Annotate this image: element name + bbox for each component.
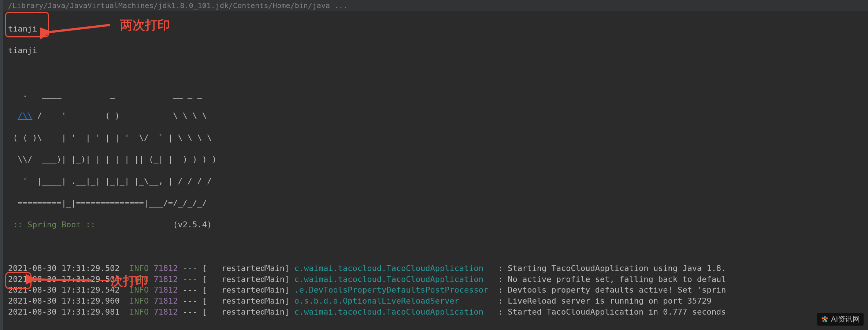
log-lines-container: 2021-08-30 17:31:29.502 INFO 71812 --- [… (8, 263, 860, 317)
ascii-art-line: . ____ _ __ _ _ (8, 89, 860, 100)
ascii-link[interactable]: /\\ (18, 111, 33, 120)
stdout-line: hsx (8, 328, 860, 330)
ascii-art-line: =========|_|==============|___/=/_/_/_/ (8, 198, 860, 209)
svg-point-3 (824, 316, 826, 318)
watermark-badge: AI资讯网 (817, 313, 864, 326)
spring-boot-banner: :: Spring Boot :: (v2.5.4) (8, 219, 860, 230)
log-line: 2021-08-30 17:31:29.960 INFO 71812 --- [… (8, 296, 860, 307)
spring-boot-version: (v2.5.4) (100, 220, 212, 229)
stdout-line: tianji (8, 45, 860, 56)
flower-icon (821, 315, 829, 323)
svg-point-2 (824, 318, 826, 320)
console-output[interactable]: tianji tianji . ____ _ __ _ _ /\\ / ___'… (0, 11, 868, 330)
svg-point-6 (822, 320, 824, 322)
blank-line (8, 241, 860, 252)
editor-gutter (0, 0, 3, 330)
log-line: 2021-08-30 17:31:29.504 INFO 71812 --- [… (8, 274, 860, 285)
log-line: 2021-08-30 17:31:29.502 INFO 71812 --- [… (8, 263, 860, 274)
ascii-art-line: \\/ ___)| |_)| | | | | || (_| | ) ) ) ) (8, 154, 860, 165)
ascii-prefix (8, 111, 18, 120)
svg-point-7 (822, 317, 824, 319)
svg-point-4 (826, 317, 828, 319)
ascii-suffix: / ___'_ __ _ _(_)_ __ __ _ \ \ \ \ (32, 111, 207, 120)
ascii-art-line: ' |____| .__|_| |_|_| |_\__, | / / / / (8, 176, 860, 187)
log-line: 2021-08-30 17:31:29.981 INFO 71812 --- [… (8, 307, 860, 318)
run-command-header: /Library/Java/JavaVirtualMachines/jdk1.8… (0, 0, 868, 11)
spring-boot-label: :: Spring Boot :: (8, 220, 100, 229)
watermark-text: AI资讯网 (831, 314, 860, 324)
svg-point-5 (825, 320, 827, 322)
stdout-line: tianji (8, 23, 860, 34)
ascii-art-line: ( ( )\___ | '_ | '_| | '_ \/ _` | \ \ \ … (8, 132, 860, 143)
blank-line (8, 67, 860, 78)
ascii-art-line: /\\ / ___'_ __ _ _(_)_ __ __ _ \ \ \ \ (8, 110, 860, 121)
log-line: 2021-08-30 17:31:29.542 INFO 71812 --- [… (8, 285, 860, 296)
